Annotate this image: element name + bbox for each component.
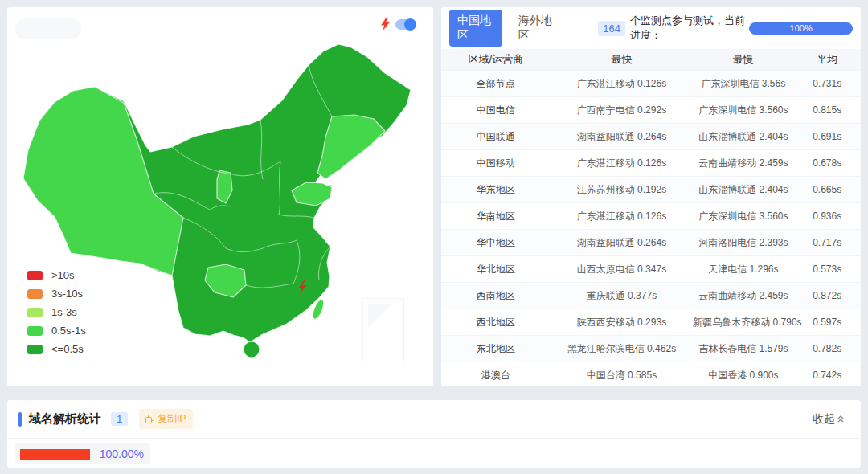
title-accent-bar [18,412,22,427]
map-legend: >10s3s-10s1s-3s0.5s-1s<=0.5s [27,266,86,358]
table-row: 华北地区山西太原电信 0.347s天津电信 1.296s0.573s [441,255,861,282]
table-cell: 吉林长春电信 1.579s [693,342,793,356]
table-cell: 山西太原电信 0.347s [551,263,693,276]
legend-swatch [27,308,43,317]
table-header-cell: 最慢 [693,52,793,67]
monitor-text: 个监测点参与测试，当前进度： [630,14,749,43]
table-cell: 0.665s [793,184,861,195]
table-cell: 广东湛江移动 0.126s [551,77,693,91]
table-cell: 湖南益阳联通 0.264s [551,130,693,144]
legend-swatch [27,271,43,280]
lightning-icon [381,18,390,31]
table-cell: 云南曲靖移动 2.459s [693,289,793,303]
dns-bar-strip: 100.00% [15,443,150,464]
speed-toggle[interactable] [395,19,416,30]
table-header-cell: 区域/运营商 [441,52,551,67]
table-header-cell: 平均 [793,52,861,67]
copy-ip-label: 复制IP [158,412,186,426]
table-cell: 广东深圳电信 3.560s [693,104,793,117]
table-cell: 新疆乌鲁木齐移动 0.790s [693,316,793,329]
table-cell: 中国联通 [441,130,551,144]
table-cell: 广东深圳电信 3.560s [693,210,793,223]
table-cell: 0.815s [793,104,861,116]
table-cell: 全部节点 [441,77,551,91]
legend-swatch [27,326,43,336]
legend-swatch [27,345,43,354]
table-cell: 广东湛江移动 0.126s [551,157,693,170]
table-cell: 中国移动 [441,157,551,170]
toggle-knob [404,18,416,31]
table-row: 中国电信广西南宁电信 0.292s广东深圳电信 3.560s0.815s [441,96,861,123]
table-cell: 0.678s [793,157,861,169]
dns-bar-percent: 100.00% [100,447,144,460]
results-table-header: 区域/运营商最快最慢平均 [441,49,861,70]
results-table-body: 全部节点广东湛江移动 0.126s广东深圳电信 3.56s0.731s中国电信广… [441,70,861,388]
table-cell: 华北地区 [441,263,551,276]
table-row: 西北地区陕西西安移动 0.293s新疆乌鲁木齐移动 0.790s0.597s [441,309,861,335]
table-row: 华东地区江苏苏州移动 0.192s山东淄博联通 2.404s0.665s [441,176,861,202]
table-row: 东北地区黑龙江哈尔滨电信 0.462s吉林长春电信 1.579s0.782s [441,335,861,362]
monitor-count-badge: 164 [598,21,625,36]
table-row: 中国联通湖南益阳联通 0.264s山东淄博联通 2.404s0.691s [441,123,861,149]
legend-label: <=0.5s [51,343,84,355]
watermark [362,298,404,362]
table-cell: 0.872s [793,290,861,301]
table-cell: 东北地区 [441,342,551,356]
table-cell: 江苏苏州移动 0.192s [551,183,693,197]
table-cell: 0.573s [793,264,861,275]
legend-item: 0.5s-1s [27,321,86,340]
table-row: 全部节点广东湛江移动 0.126s广东深圳电信 3.56s0.731s [441,70,861,96]
table-cell: 陕西西安移动 0.293s [551,316,693,329]
table-row: 港澳台中国台湾 0.585s中国香港 0.900s0.742s [441,362,861,388]
results-header: 中国地区 海外地区 164 个监测点参与测试，当前进度： 100% [441,7,861,49]
table-cell: 0.936s [793,210,861,222]
collapse-button[interactable]: 收起 [813,412,845,427]
copy-ip-button[interactable]: 复制IP [139,409,192,429]
map-panel: >10s3s-10s1s-3s0.5s-1s<=0.5s [6,6,434,387]
dns-result-bar [20,449,90,460]
table-cell: 0.691s [793,131,861,142]
table-cell: 中国电信 [441,104,551,117]
table-cell: 天津电信 1.296s [693,263,793,276]
table-row: 西南地区重庆联通 0.377s云南曲靖移动 2.459s0.872s [441,282,861,309]
table-cell: 湖南益阳联通 0.264s [551,236,693,250]
table-row: 中国移动广东湛江移动 0.126s云南曲靖移动 2.459s0.678s [441,149,861,176]
progress-bar: 100% [749,22,853,35]
dns-panel: 域名解析统计 1 复制IP 收起 100.00% [6,399,862,468]
table-cell: 云南曲靖移动 2.459s [693,157,793,170]
table-cell: 华东地区 [441,183,551,197]
table-cell: 华南地区 [441,210,551,223]
table-cell: 中国台湾 0.585s [551,369,693,382]
legend-label: 1s-3s [51,306,77,318]
table-cell: 0.782s [793,343,861,354]
tab-overseas-region[interactable]: 海外地区 [510,10,563,47]
legend-label: >10s [51,269,75,281]
table-header-cell: 最快 [551,52,693,67]
tab-china-region[interactable]: 中国地区 [449,10,502,47]
map-region-hainan [244,341,260,358]
dns-count-badge: 1 [111,412,128,426]
table-cell: 港澳台 [441,369,551,382]
legend-item: 3s-10s [27,284,86,303]
table-cell: 西南地区 [441,289,551,303]
dns-header: 域名解析统计 1 复制IP 收起 [7,400,861,439]
table-row: 华中地区湖南益阳联通 0.264s河南洛阳电信 2.393s0.717s [441,229,861,255]
table-cell: 河南洛阳电信 2.393s [693,236,793,250]
table-cell: 广东湛江移动 0.126s [551,210,693,223]
legend-item: 1s-3s [27,303,86,321]
table-cell: 西北地区 [441,316,551,329]
results-panel: 中国地区 海外地区 164 个监测点参与测试，当前进度： 100% 区域/运营商… [440,6,862,387]
table-cell: 0.597s [793,317,861,328]
chevron-double-up-icon [837,415,845,423]
legend-swatch [27,289,43,299]
table-cell: 中国香港 0.900s [693,369,793,382]
copy-icon [145,415,154,423]
table-cell: 广西南宁电信 0.292s [551,104,693,117]
dns-title: 域名解析统计 [29,411,101,427]
dns-body: 100.00% [7,439,861,464]
table-cell: 重庆联通 0.377s [551,289,693,303]
legend-item: <=0.5s [27,340,86,358]
legend-item: >10s [27,266,86,284]
table-cell: 华中地区 [441,236,551,250]
table-cell: 0.742s [793,370,861,381]
